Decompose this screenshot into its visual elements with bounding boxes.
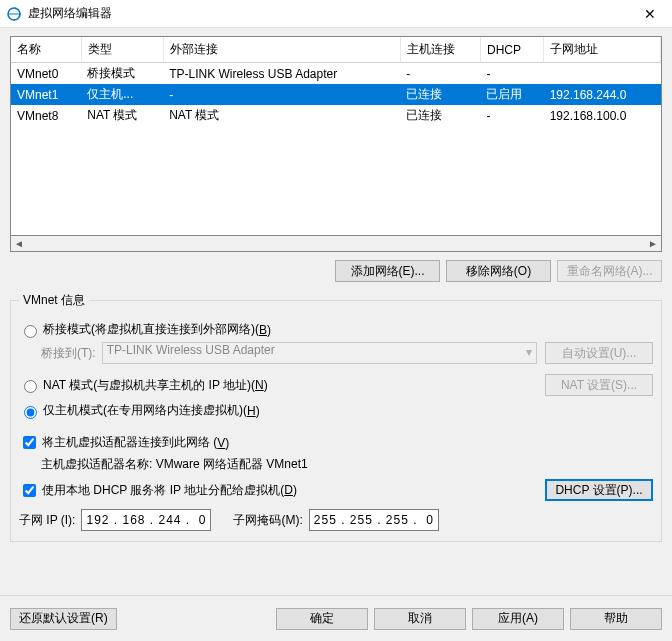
column-header[interactable]: DHCP (480, 37, 543, 63)
host-adapter-name: 主机虚拟适配器名称: VMware 网络适配器 VMnet1 (41, 456, 308, 473)
subnet-mask-input[interactable] (309, 509, 439, 531)
bridge-to-label: 桥接到(T): (41, 345, 96, 362)
app-icon (6, 6, 22, 22)
connect-host-adapter-checkbox[interactable]: 将主机虚拟适配器连接到此网络 (V) (19, 433, 229, 452)
bridge-mode-radio[interactable]: 桥接模式(将虚拟机直接连接到外部网络)(B) (19, 321, 271, 338)
table-cell: NAT 模式 (81, 105, 163, 126)
table-row[interactable]: VMnet0桥接模式TP-LINK Wireless USB Adapter-- (11, 63, 661, 85)
close-button[interactable]: ✕ (628, 0, 672, 28)
horizontal-scrollbar[interactable]: ◄ ► (10, 236, 662, 252)
apply-button[interactable]: 应用(A) (472, 608, 564, 630)
table-cell (544, 63, 661, 85)
nat-settings-button: NAT 设置(S)... (545, 374, 653, 396)
title-bar: 虚拟网络编辑器 ✕ (0, 0, 672, 28)
scroll-right-icon[interactable]: ► (645, 236, 661, 252)
rename-network-button: 重命名网络(A)... (557, 260, 662, 282)
add-network-button[interactable]: 添加网络(E)... (335, 260, 440, 282)
column-header[interactable]: 名称 (11, 37, 81, 63)
table-cell: NAT 模式 (163, 105, 400, 126)
bottom-button-bar: 还原默认设置(R) 确定 取消 应用(A) 帮助 (0, 595, 672, 641)
table-cell: - (163, 84, 400, 105)
scroll-left-icon[interactable]: ◄ (11, 236, 27, 252)
vmnet-info-group: VMnet 信息 桥接模式(将虚拟机直接连接到外部网络)(B) 桥接到(T): … (10, 292, 662, 542)
table-cell: 192.168.244.0 (544, 84, 661, 105)
table-cell: - (400, 63, 480, 85)
table-cell: TP-LINK Wireless USB Adapter (163, 63, 400, 85)
table-cell: VMnet8 (11, 105, 81, 126)
vmnet-info-legend: VMnet 信息 (19, 292, 89, 309)
column-header[interactable]: 外部连接 (163, 37, 400, 63)
table-cell: 已连接 (400, 105, 480, 126)
host-only-radio[interactable]: 仅主机模式(在专用网络内连接虚拟机)(H) (19, 402, 260, 419)
bridge-adapter-combo: TP-LINK Wireless USB Adapter (102, 342, 537, 364)
table-cell: 192.168.100.0 (544, 105, 661, 126)
table-cell: 桥接模式 (81, 63, 163, 85)
ok-button[interactable]: 确定 (276, 608, 368, 630)
table-row[interactable]: VMnet1仅主机...-已连接已启用192.168.244.0 (11, 84, 661, 105)
table-cell: VMnet1 (11, 84, 81, 105)
table-cell: VMnet0 (11, 63, 81, 85)
table-cell: - (480, 105, 543, 126)
restore-defaults-button[interactable]: 还原默认设置(R) (10, 608, 117, 630)
nat-mode-radio[interactable]: NAT 模式(与虚拟机共享主机的 IP 地址)(N) (19, 377, 537, 394)
auto-settings-button: 自动设置(U)... (545, 342, 653, 364)
table-cell: 仅主机... (81, 84, 163, 105)
column-header[interactable]: 类型 (81, 37, 163, 63)
column-header[interactable]: 主机连接 (400, 37, 480, 63)
table-cell: 已启用 (480, 84, 543, 105)
cancel-button[interactable]: 取消 (374, 608, 466, 630)
dhcp-settings-button[interactable]: DHCP 设置(P)... (545, 479, 653, 501)
table-row[interactable]: VMnet8NAT 模式NAT 模式已连接-192.168.100.0 (11, 105, 661, 126)
subnet-ip-input[interactable] (81, 509, 211, 531)
window-title: 虚拟网络编辑器 (28, 5, 628, 22)
network-table[interactable]: 名称类型外部连接主机连接DHCP子网地址 VMnet0桥接模式TP-LINK W… (10, 36, 662, 236)
help-button[interactable]: 帮助 (570, 608, 662, 630)
column-header[interactable]: 子网地址 (544, 37, 661, 63)
table-cell: - (480, 63, 543, 85)
subnet-ip-label: 子网 IP (I): (19, 512, 75, 529)
use-dhcp-checkbox[interactable]: 使用本地 DHCP 服务将 IP 地址分配给虚拟机(D) (19, 481, 537, 500)
subnet-mask-label: 子网掩码(M): (233, 512, 302, 529)
remove-network-button[interactable]: 移除网络(O) (446, 260, 551, 282)
table-cell: 已连接 (400, 84, 480, 105)
